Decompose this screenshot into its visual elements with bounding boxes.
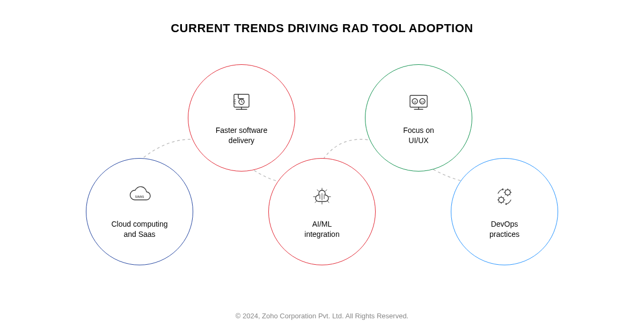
svg-rect-5 [410,95,427,107]
trend-cloud-saas: saas Cloud computingand Saas [86,158,193,265]
trend-faster-delivery: Faster softwaredelivery [188,64,295,171]
copyright-footer: © 2024, Zoho Corporation Pvt. Ltd. All R… [0,312,644,320]
svg-text:saas: saas [135,194,144,199]
trend-devops: DevOpspractices [451,158,558,265]
page-title: CURRENT TRENDS DRIVING RAD TOOL ADOPTION [0,21,644,35]
svg-text:UI: UI [414,100,416,103]
ai-ml-icon [309,184,335,210]
svg-text:UX: UX [421,100,425,103]
devops-icon [492,184,517,210]
trend-ai-ml: AI/MLintegration [268,158,376,265]
trend-label: AI/MLintegration [294,219,350,240]
fast-delivery-icon [229,90,254,116]
trend-label: DevOpspractices [479,219,530,240]
cloud-saas-icon: saas [127,184,152,210]
trends-diagram: saas Cloud computingand Saas Faster soft… [0,54,644,284]
ui-ux-icon: UI UX [406,90,431,116]
trend-ui-ux: UI UX Focus onUI/UX [365,64,472,171]
trend-label: Focus onUI/UX [392,125,445,146]
trend-label: Faster softwaredelivery [205,125,278,146]
trend-label: Cloud computingand Saas [100,219,178,240]
